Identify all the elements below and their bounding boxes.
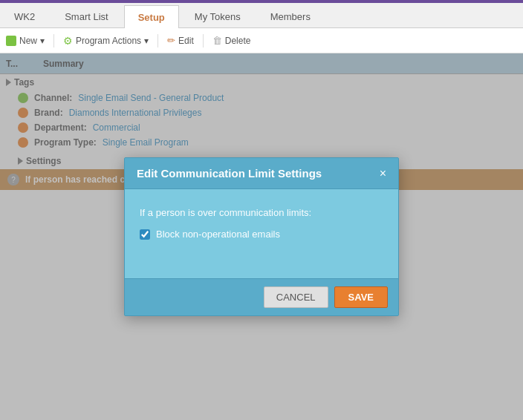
new-label: New (19, 36, 37, 46)
edit-label: Edit (178, 36, 194, 46)
modal-overlay: Edit Communication Limit Settings × If a… (0, 53, 523, 420)
program-actions-icon: ⚙ (63, 35, 73, 47)
delete-button[interactable]: 🗑 Delete (212, 35, 251, 46)
delete-icon: 🗑 (212, 35, 222, 46)
modal-header: Edit Communication Limit Settings × (125, 158, 398, 189)
delete-label: Delete (225, 36, 251, 46)
modal-checkbox-row: Block non-operational emails (140, 229, 383, 240)
tab-smart-list[interactable]: Smart List (51, 5, 123, 27)
tab-setup[interactable]: Setup (124, 5, 179, 28)
toolbar-separator-2 (157, 34, 158, 47)
main-content: T... Summary Tags Channel: Single Email … (0, 53, 523, 420)
toolbar: New ▾ ⚙ Program Actions ▾ ✏ Edit 🗑 Delet… (0, 28, 523, 53)
block-emails-checkbox[interactable] (140, 229, 150, 240)
modal-footer: CANCEL SAVE (125, 278, 398, 315)
cancel-button[interactable]: CANCEL (264, 286, 328, 308)
edit-icon: ✏ (167, 35, 175, 46)
modal-close-button[interactable]: × (380, 168, 386, 180)
new-dropdown-icon: ▾ (40, 36, 45, 46)
edit-button[interactable]: ✏ Edit (167, 35, 194, 46)
tab-my-tokens[interactable]: My Tokens (181, 5, 255, 27)
modal-dialog: Edit Communication Limit Settings × If a… (124, 157, 399, 316)
tab-bar: WK2 Smart List Setup My Tokens Members (0, 3, 523, 28)
tab-wk2[interactable]: WK2 (0, 5, 49, 27)
modal-title: Edit Communication Limit Settings (137, 167, 322, 180)
program-actions-label: Program Actions (76, 36, 141, 46)
program-actions-button[interactable]: ⚙ Program Actions ▾ (63, 35, 149, 47)
modal-body: If a person is over communication limits… (125, 189, 398, 278)
toolbar-separator-3 (203, 34, 204, 47)
block-emails-label: Block non-operational emails (156, 229, 280, 240)
program-actions-dropdown-icon: ▾ (144, 36, 149, 46)
modal-body-text: If a person is over communication limits… (140, 207, 383, 218)
save-button[interactable]: SAVE (334, 286, 388, 308)
toolbar-separator-1 (53, 34, 54, 47)
new-icon (6, 36, 16, 46)
tab-members[interactable]: Members (256, 5, 325, 27)
new-button[interactable]: New ▾ (6, 36, 45, 46)
